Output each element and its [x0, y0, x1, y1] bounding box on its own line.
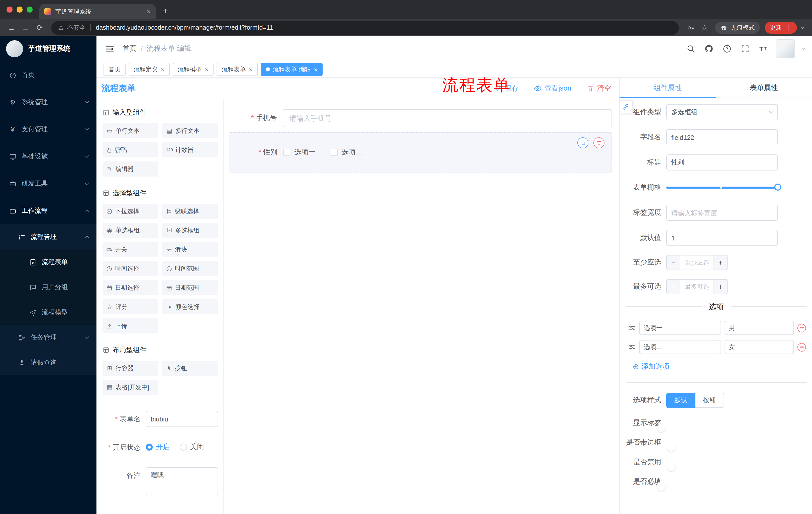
- search-icon[interactable]: [685, 43, 696, 54]
- forward-button[interactable]: →: [19, 21, 32, 34]
- address-bar[interactable]: ⚠ 不安全 dashboard.yudao.iocoder.cn/bpm/man…: [51, 21, 679, 34]
- remove-option-icon[interactable]: [798, 343, 806, 351]
- phone-field-input[interactable]: [283, 109, 612, 127]
- tag-close-icon[interactable]: ×: [314, 66, 318, 73]
- increase-button[interactable]: +: [714, 280, 727, 294]
- browser-tab[interactable]: 芋道管理系统 ×: [39, 4, 156, 19]
- font-size-icon[interactable]: TT: [758, 43, 769, 54]
- palette-item-switch[interactable]: 开关: [103, 242, 158, 257]
- avatar-chevron-down-icon[interactable]: [802, 46, 806, 50]
- palette-item-multi-line-text[interactable]: ▤多行文本: [162, 123, 218, 138]
- browser-update-button[interactable]: 更新 ⋮: [765, 22, 797, 34]
- tag-home[interactable]: 首页: [104, 63, 126, 76]
- style-default-button[interactable]: 默认: [666, 393, 695, 408]
- palette-item-table[interactable]: ▦表格[开发中]: [103, 380, 158, 395]
- status-on-radio[interactable]: 开启: [146, 442, 170, 452]
- status-off-radio[interactable]: 关闭: [180, 442, 204, 452]
- close-window-button[interactable]: [6, 6, 12, 12]
- palette-item-time-picker[interactable]: 时间选择: [103, 261, 158, 276]
- palette-item-radio-group[interactable]: ◉单选框组: [103, 223, 158, 238]
- app-logo[interactable]: 芋道管理系统: [0, 36, 96, 61]
- sidebar-item-process-form[interactable]: 流程表单: [0, 249, 96, 275]
- max-select-value[interactable]: 最多可选: [680, 280, 714, 294]
- sidebar-item-process-management[interactable]: 流程管理: [0, 224, 96, 249]
- sidebar-item-leave-query[interactable]: 请假查询: [0, 350, 96, 375]
- form-remark-textarea[interactable]: 嘿嘿: [146, 467, 218, 495]
- user-avatar[interactable]: [776, 39, 795, 58]
- option-label-input[interactable]: [639, 340, 721, 354]
- gender-field-selected[interactable]: 性别 选项一 选项二: [229, 132, 612, 172]
- checkbox-icon[interactable]: [283, 149, 290, 156]
- checkbox-option-1[interactable]: 选项一: [283, 148, 316, 157]
- palette-item-counter[interactable]: 123计数器: [162, 142, 218, 157]
- palette-item-editor[interactable]: ✎编辑器: [103, 161, 158, 177]
- add-option-button[interactable]: ⊕ 添加选项: [633, 362, 812, 371]
- page-url[interactable]: dashboard.yudao.iocoder.cn/bpm/manager/f…: [96, 24, 273, 31]
- decrease-button[interactable]: −: [667, 255, 680, 270]
- form-name-input[interactable]: [146, 411, 218, 427]
- checkbox-icon[interactable]: [330, 149, 338, 156]
- slider-handle[interactable]: [774, 184, 781, 191]
- tag-process-definition[interactable]: 流程定义 ×: [128, 63, 170, 76]
- component-type-select[interactable]: 多选框组: [666, 104, 778, 120]
- palette-item-cascader[interactable]: 级联选择: [162, 204, 218, 219]
- increase-button[interactable]: +: [714, 255, 727, 270]
- palette-item-single-line-text[interactable]: ▭单行文本: [103, 123, 158, 138]
- palette-item-time-range[interactable]: 时间范围: [162, 261, 218, 276]
- drag-handle-icon[interactable]: [628, 324, 636, 332]
- tab-form-props[interactable]: 表单属性: [716, 78, 812, 98]
- new-tab-button[interactable]: +: [163, 6, 168, 16]
- sidebar-item-payment[interactable]: ¥ 支付管理: [0, 116, 96, 143]
- sidebar-item-workflow[interactable]: 工作流程: [0, 197, 96, 224]
- github-icon[interactable]: [703, 43, 715, 54]
- checkbox-option-2[interactable]: 选项二: [330, 148, 363, 157]
- view-json-button[interactable]: 查看json: [534, 84, 571, 93]
- palette-item-date-range[interactable]: 日期范围: [162, 280, 218, 295]
- sidebar-item-devtools[interactable]: 研发工具: [0, 170, 96, 197]
- title-input[interactable]: [666, 154, 778, 170]
- sidebar-item-home[interactable]: 首页: [0, 61, 96, 88]
- back-button[interactable]: ←: [5, 21, 18, 34]
- field-name-input[interactable]: [666, 129, 778, 145]
- bookmark-star-icon[interactable]: ☆: [698, 21, 711, 34]
- zoom-window-button[interactable]: [27, 6, 33, 12]
- decrease-button[interactable]: −: [667, 280, 680, 294]
- sidebar-item-task-management[interactable]: 任务管理: [0, 325, 96, 350]
- tab-component-props[interactable]: 组件属性: [619, 78, 716, 98]
- toolbar-chevron-down-icon[interactable]: [798, 21, 807, 34]
- sidebar-item-user-group[interactable]: 用户分组: [0, 275, 96, 300]
- phone-field-row[interactable]: 手机号: [229, 109, 612, 127]
- palette-item-upload[interactable]: 上传: [103, 318, 158, 333]
- copy-component-button[interactable]: [577, 137, 588, 148]
- link-icon[interactable]: [619, 100, 633, 113]
- min-select-value[interactable]: 至少应选: [680, 255, 714, 270]
- drag-handle-icon[interactable]: [628, 343, 636, 351]
- collapse-menu-icon[interactable]: [104, 43, 116, 55]
- palette-item-row-container[interactable]: ⊞行容器: [103, 360, 158, 376]
- remove-option-icon[interactable]: [798, 324, 806, 332]
- tag-close-icon[interactable]: ×: [249, 66, 253, 73]
- tag-close-icon[interactable]: ×: [161, 66, 165, 73]
- option-value-input[interactable]: [724, 321, 794, 335]
- form-grid-slider[interactable]: [666, 180, 778, 196]
- clear-button[interactable]: 清空: [586, 84, 611, 93]
- palette-item-slider[interactable]: 滑块: [162, 242, 218, 257]
- sidebar-item-process-model[interactable]: 流程模型: [0, 300, 96, 325]
- tag-process-form[interactable]: 流程表单 ×: [216, 63, 258, 76]
- option-label-input[interactable]: [639, 321, 721, 335]
- default-value-input[interactable]: [666, 230, 778, 246]
- slider-track[interactable]: [666, 187, 778, 189]
- tag-process-form-edit[interactable]: 流程表单-编辑 ×: [261, 63, 323, 76]
- palette-item-password[interactable]: 密码: [103, 142, 158, 157]
- label-width-input[interactable]: [666, 205, 778, 221]
- palette-item-button[interactable]: 按钮: [162, 360, 218, 376]
- palette-item-rate[interactable]: ☆评分: [103, 299, 158, 314]
- style-button-button[interactable]: 按钮: [695, 393, 724, 408]
- browser-menu-kebab-icon[interactable]: ⋮: [786, 24, 792, 31]
- sidebar-item-system[interactable]: ⚙ 系统管理: [0, 88, 96, 116]
- breadcrumb-home[interactable]: 首页: [123, 44, 137, 53]
- tab-close-icon[interactable]: ×: [147, 8, 151, 15]
- minimize-window-button[interactable]: [17, 6, 23, 12]
- palette-item-checkbox-group[interactable]: ☑多选框组: [162, 223, 218, 238]
- help-icon[interactable]: [722, 43, 733, 54]
